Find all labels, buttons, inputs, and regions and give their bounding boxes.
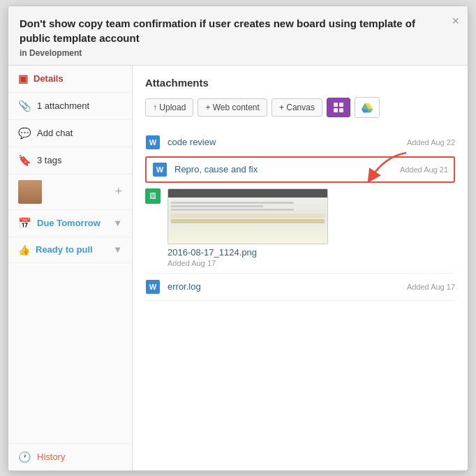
google-drive-button[interactable] bbox=[355, 97, 380, 118]
attachment-row-error-log[interactable]: W error.log Added Aug 17 bbox=[145, 274, 455, 301]
sidebar-item-add-chat[interactable]: 💬 Add chat bbox=[8, 120, 132, 147]
modal-body: ▣ Details 📎 1 attachment 💬 Add chat 🔖 3 … bbox=[8, 66, 468, 470]
sidebar: ▣ Details 📎 1 attachment 💬 Add chat 🔖 3 … bbox=[8, 66, 133, 470]
doc-icon-repro: W bbox=[152, 162, 168, 177]
sidebar-item-history[interactable]: 🕐 History bbox=[8, 443, 132, 470]
due-tomorrow-label: Due Tomorrow bbox=[37, 218, 101, 228]
canvas-button[interactable]: + Canvas bbox=[272, 98, 322, 117]
pull-chevron-icon: ▼ bbox=[113, 244, 122, 255]
upload-button[interactable]: ↑ Upload bbox=[145, 98, 193, 117]
sidebar-addchat-label: Add chat bbox=[37, 128, 73, 138]
sidebar-tags-label: 3 tags bbox=[37, 155, 61, 165]
fake-line-3 bbox=[171, 209, 294, 211]
sidebar-item-attachment[interactable]: 📎 1 attachment bbox=[8, 93, 132, 120]
close-button[interactable]: × bbox=[452, 15, 459, 27]
history-icon: 🕐 bbox=[18, 451, 31, 463]
svg-rect-3 bbox=[339, 108, 343, 112]
tag-icon: 🔖 bbox=[18, 154, 31, 167]
doc-icon-code-review: W bbox=[145, 135, 161, 150]
sidebar-item-details[interactable]: ▣ Details bbox=[8, 66, 132, 93]
modal: Don't show copy team confirmation if use… bbox=[8, 6, 468, 471]
ready-to-pull-label: Ready to pull bbox=[36, 244, 93, 255]
sidebar-details-label: Details bbox=[34, 73, 64, 84]
web-content-button[interactable]: + Web content bbox=[198, 98, 267, 117]
attachment-date-code-review: Added Aug 22 bbox=[407, 138, 455, 147]
svg-rect-0 bbox=[334, 103, 338, 107]
fake-line-4 bbox=[171, 214, 325, 218]
fake-line-2 bbox=[171, 205, 263, 207]
modal-header: Don't show copy team confirmation if use… bbox=[8, 6, 468, 66]
calendar-icon: 📅 bbox=[18, 217, 31, 230]
sidebar-item-tags[interactable]: 🔖 3 tags bbox=[8, 147, 132, 174]
svg-rect-2 bbox=[334, 108, 338, 112]
attachment-date-error-log: Added Aug 17 bbox=[407, 283, 455, 291]
doc-icon-error-log: W bbox=[145, 279, 161, 295]
due-chevron-icon: ▼ bbox=[113, 218, 122, 228]
attachment-date-screenshot: Added Aug 17 bbox=[168, 259, 455, 267]
modal-title: Don't show copy team confirmation if use… bbox=[20, 16, 438, 45]
avatar-face bbox=[18, 180, 42, 204]
subtitle-context: Development bbox=[29, 48, 82, 58]
avatar bbox=[18, 180, 42, 204]
thumbnail-content bbox=[168, 198, 327, 228]
main-content: Attachments ↑ Upload + Web content + Can… bbox=[133, 66, 468, 470]
attachment-name-screenshot: 2016-08-17_1124.png bbox=[168, 247, 455, 258]
sidebar-item-due-tomorrow[interactable]: 📅 Due Tomorrow ▼ bbox=[8, 210, 132, 237]
grid-icon bbox=[333, 102, 344, 113]
thumbnail-bar bbox=[168, 189, 327, 198]
screenshot-content: 2016-08-17_1124.png Added Aug 17 bbox=[168, 188, 455, 267]
attachment-row-screenshot[interactable]: 🖼 2016-08-17_1124.png Added Aug 17 bbox=[145, 183, 455, 274]
add-member-icon[interactable]: + bbox=[114, 184, 122, 199]
svg-rect-1 bbox=[339, 103, 343, 107]
red-arrow-annotation bbox=[357, 149, 413, 184]
modal-subtitle: in Development bbox=[20, 48, 456, 58]
attachments-title: Attachments bbox=[145, 77, 455, 89]
fake-line-1 bbox=[171, 202, 294, 204]
screenshot-thumbnail bbox=[168, 188, 328, 244]
sidebar-avatar-section: + bbox=[8, 174, 132, 210]
fake-line-5 bbox=[171, 219, 325, 223]
thumbs-up-icon: 👍 bbox=[18, 244, 30, 255]
attachments-toolbar: ↑ Upload + Web content + Canvas bbox=[145, 97, 455, 118]
sidebar-attachment-label: 1 attachment bbox=[37, 101, 89, 111]
subtitle-prefix: in bbox=[20, 48, 27, 58]
history-label: History bbox=[37, 452, 65, 462]
drive-icon bbox=[361, 101, 373, 114]
image-icon: 🖼 bbox=[145, 188, 161, 204]
paperclip-icon: 📎 bbox=[18, 100, 31, 112]
purple-service-button[interactable] bbox=[327, 98, 350, 117]
attachment-name-code-review: code review bbox=[168, 137, 407, 147]
attachment-name-error-log: error.log bbox=[168, 281, 407, 292]
chat-icon: 💬 bbox=[18, 127, 31, 140]
sidebar-spacer bbox=[8, 263, 132, 443]
sidebar-item-ready-to-pull[interactable]: 👍 Ready to pull ▼ bbox=[8, 237, 132, 263]
details-icon: ▣ bbox=[18, 73, 28, 85]
